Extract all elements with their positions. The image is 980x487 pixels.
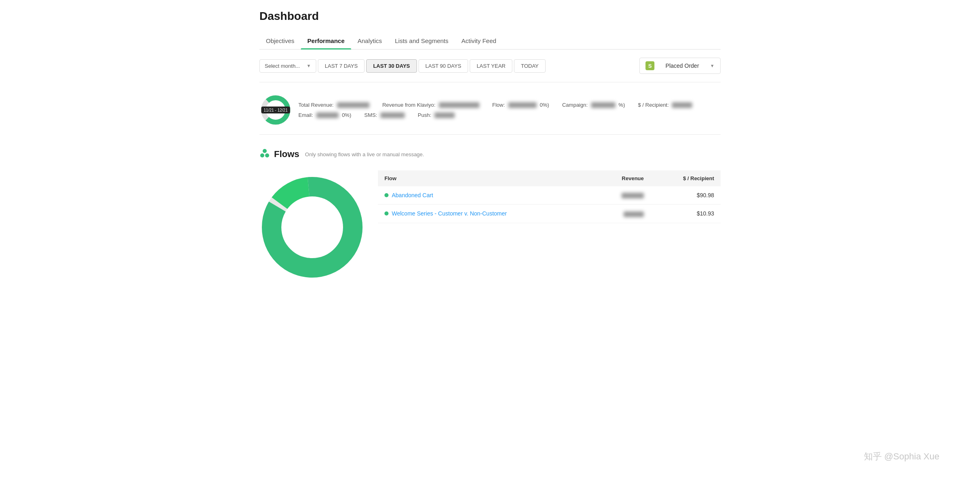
flows-subtitle: Only showing flows with a live or manual…	[305, 151, 424, 157]
stats-group: Total Revenue: Revenue from Klaviyo: Flo…	[298, 102, 721, 118]
last90-filter-btn[interactable]: LAST 90 DAYS	[419, 59, 468, 73]
abandoned-cart-revenue	[594, 186, 650, 205]
flows-table-wrapper: Flow Revenue $ / Recipient Abandoned Car…	[378, 170, 721, 223]
last7-filter-btn[interactable]: LAST 7 DAYS	[318, 59, 365, 73]
tab-objectives[interactable]: Objectives	[259, 32, 301, 49]
per-recipient-value	[672, 102, 692, 108]
klaviyo-revenue-value	[439, 102, 479, 108]
select-month-label: Select month...	[265, 63, 300, 69]
flow-name-cell: Welcome Series - Customer v. Non-Custome…	[378, 205, 594, 223]
per-recipient-stat: $ / Recipient:	[638, 102, 692, 108]
revenue-col-header: Revenue	[594, 170, 650, 186]
flows-table-header-row: Flow Revenue $ / Recipient	[378, 170, 721, 186]
stats-row-1: Total Revenue: Revenue from Klaviyo: Flo…	[298, 102, 721, 108]
last30-filter-btn[interactable]: LAST 30 DAYS	[366, 59, 417, 73]
svg-point-3	[265, 153, 269, 157]
campaign-value	[591, 102, 615, 108]
table-row: Welcome Series - Customer v. Non-Custome…	[378, 205, 721, 223]
placed-order-chevron-icon: ▼	[710, 63, 714, 68]
tab-analytics[interactable]: Analytics	[351, 32, 389, 49]
tab-performance[interactable]: Performance	[301, 32, 351, 49]
lastyear-filter-btn[interactable]: LAST YEAR	[470, 59, 512, 73]
flows-table: Flow Revenue $ / Recipient Abandoned Car…	[378, 170, 721, 223]
flows-icon	[259, 148, 270, 161]
svg-point-2	[260, 153, 264, 157]
tab-lists-segments[interactable]: Lists and Segments	[389, 32, 455, 49]
donut-chart-small: 11/21 - 12/21	[259, 94, 292, 126]
abandoned-cart-per-recipient: $90.98	[650, 186, 721, 205]
date-badge: 11/21 - 12/21	[261, 107, 290, 114]
today-filter-btn[interactable]: TODAY	[514, 59, 546, 73]
flow-status-dot	[384, 211, 389, 215]
welcome-series-link[interactable]: Welcome Series - Customer v. Non-Custome…	[384, 210, 587, 217]
email-stat: Email: 0%)	[298, 112, 351, 118]
svg-point-4	[263, 149, 267, 153]
flows-header: Flows Only showing flows with a live or …	[259, 148, 721, 161]
per-recipient-col-header: $ / Recipient	[650, 170, 721, 186]
welcome-series-per-recipient: $10.93	[650, 205, 721, 223]
push-value	[434, 112, 455, 118]
total-revenue-value	[337, 102, 369, 108]
push-stat: Push:	[418, 112, 455, 118]
tabs-nav: Objectives Performance Analytics Lists a…	[259, 32, 721, 50]
stats-bar: 11/21 - 12/21 Total Revenue: Revenue fro…	[259, 82, 721, 135]
flow-col-header: Flow	[378, 170, 594, 186]
flows-title: Flows	[274, 149, 299, 159]
abandoned-cart-link[interactable]: Abandoned Cart	[384, 192, 587, 198]
flow-status-dot	[384, 193, 389, 197]
email-value	[316, 112, 339, 118]
flow-name-cell: Abandoned Cart	[378, 186, 594, 205]
placed-order-label: Placed Order	[658, 62, 706, 69]
svg-point-8	[282, 197, 342, 257]
total-revenue-stat: Total Revenue:	[298, 102, 369, 108]
sms-stat: SMS:	[364, 112, 405, 118]
table-row: Abandoned Cart $90.98	[378, 186, 721, 205]
campaign-stat: Campaign: %)	[562, 102, 625, 108]
sms-value	[380, 112, 405, 118]
chevron-down-icon: ▼	[307, 63, 311, 68]
stats-row-2: Email: 0%) SMS: Push:	[298, 112, 721, 118]
welcome-series-revenue	[594, 205, 650, 223]
flow-stat: Flow: 0%)	[492, 102, 549, 108]
flows-content: Flow Revenue $ / Recipient Abandoned Car…	[259, 170, 721, 284]
tab-activity-feed[interactable]: Activity Feed	[455, 32, 503, 49]
placed-order-dropdown[interactable]: S Placed Order ▼	[639, 58, 721, 74]
flows-donut-chart	[259, 170, 365, 284]
toolbar-right: S Placed Order ▼	[639, 58, 721, 74]
klaviyo-revenue-stat: Revenue from Klaviyo:	[382, 102, 479, 108]
toolbar-left: Select month... ▼ LAST 7 DAYS LAST 30 DA…	[259, 59, 546, 73]
page-title: Dashboard	[259, 10, 721, 23]
select-month-dropdown[interactable]: Select month... ▼	[259, 59, 316, 73]
shopify-icon: S	[645, 61, 654, 70]
flows-section: Flows Only showing flows with a live or …	[259, 148, 721, 284]
toolbar: Select month... ▼ LAST 7 DAYS LAST 30 DA…	[259, 50, 721, 82]
flow-value	[508, 102, 537, 108]
